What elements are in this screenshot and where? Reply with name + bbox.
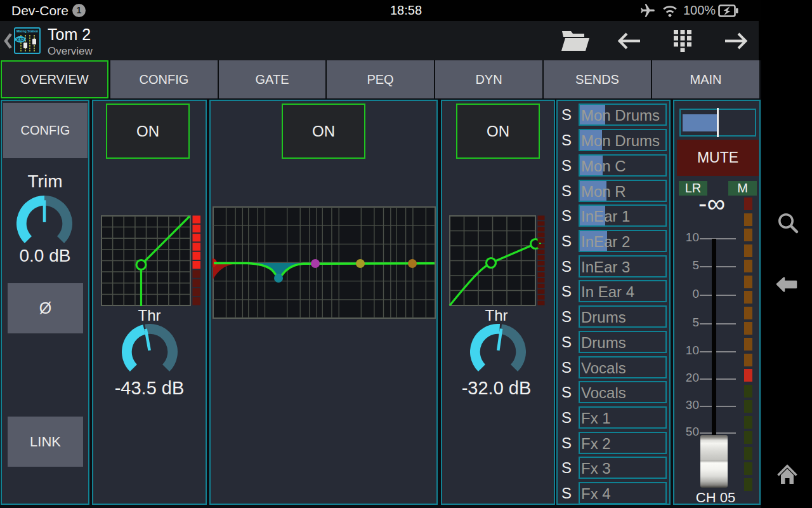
svg-text:X32: X32 <box>16 37 25 42</box>
